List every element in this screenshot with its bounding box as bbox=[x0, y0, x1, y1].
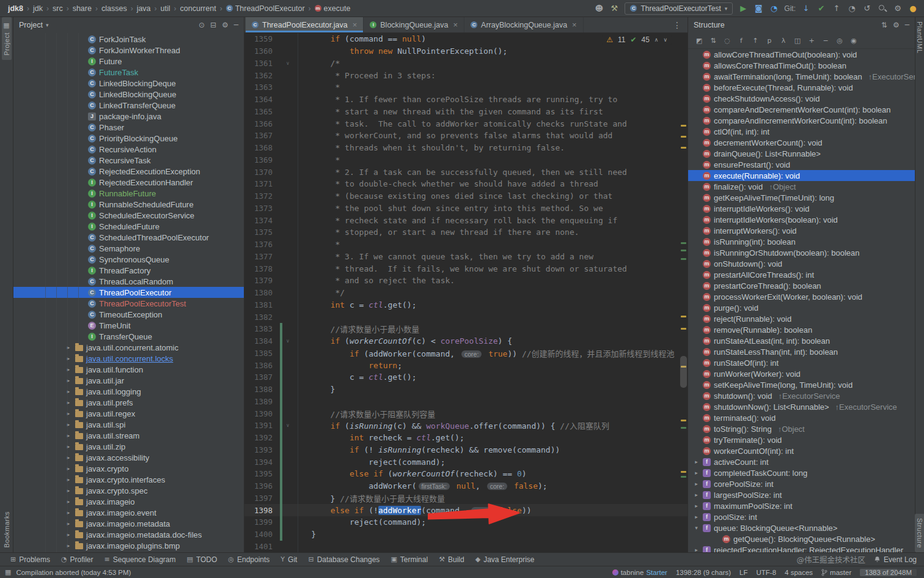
database-changes-button[interactable]: ⊟Database Changes bbox=[302, 555, 385, 564]
show-lambdas-icon[interactable]: λ bbox=[777, 35, 790, 46]
code-line[interactable]: 1388 } bbox=[244, 383, 688, 396]
tree-item[interactable]: IRunnableScheduledFuture bbox=[13, 199, 244, 210]
tree-item[interactable]: ▸java.util.function bbox=[13, 364, 244, 375]
coverage-icon[interactable]: ◙ bbox=[754, 4, 763, 13]
line-number[interactable]: 1381 bbox=[244, 300, 280, 309]
line-number[interactable]: 1388 bbox=[244, 385, 280, 394]
code-line[interactable]: 1384∨ if (workerCountOf(c) < corePoolSiz… bbox=[244, 335, 688, 347]
code-line[interactable]: 1379 * and so reject the task. bbox=[244, 275, 688, 287]
structure-item[interactable]: mcompareAndDecrementWorkerCount(int): bo… bbox=[688, 104, 915, 115]
vcs-history-icon[interactable]: ◔ bbox=[847, 4, 857, 13]
structure-item[interactable]: mrunStateOf(int): int bbox=[688, 357, 915, 368]
structure-item[interactable]: mallowCoreThreadTimeOut(boolean): void bbox=[688, 49, 915, 60]
sort-alphabetically-icon[interactable]: ⇅ bbox=[707, 35, 719, 46]
breadcrumb-item[interactable]: util bbox=[159, 4, 172, 13]
tree-item[interactable]: ITransferQueue bbox=[13, 331, 244, 342]
structure-item[interactable]: ▸factiveCount: int bbox=[688, 456, 915, 467]
breadcrumb-item[interactable]: java bbox=[135, 4, 153, 13]
tree-item[interactable]: IFuture bbox=[13, 56, 244, 67]
tree-item[interactable]: ▸javax.imageio bbox=[13, 496, 244, 507]
structure-item[interactable]: mgetKeepAliveTime(TimeUnit): long bbox=[688, 192, 915, 203]
line-number[interactable]: 1398 bbox=[244, 506, 280, 515]
collapse-all-icon[interactable]: ⊟ bbox=[210, 21, 216, 29]
breadcrumb-item[interactable]: share bbox=[71, 4, 94, 13]
collapse-all-icon[interactable]: − bbox=[820, 35, 832, 46]
tree-item[interactable]: ▸javax.crypto bbox=[13, 463, 244, 474]
structure-item[interactable]: mctlOf(int, int): int bbox=[688, 126, 915, 137]
line-number[interactable]: 1375 bbox=[244, 228, 280, 237]
code-line[interactable]: 1381 int c = ctl.get(); bbox=[244, 299, 688, 311]
build-button[interactable]: ⚒Build bbox=[433, 555, 470, 564]
line-number[interactable]: 1371 bbox=[244, 179, 280, 188]
line-number[interactable]: 1400 bbox=[244, 530, 280, 539]
tree-item[interactable]: CThreadPoolExecutorTest bbox=[13, 298, 244, 309]
line-number[interactable]: 1389 bbox=[244, 397, 280, 406]
structure-item[interactable]: mdecrementWorkerCount(): void bbox=[688, 137, 915, 148]
breadcrumb-item[interactable]: src bbox=[51, 4, 65, 13]
tree-item[interactable]: ▸java.util.jar bbox=[13, 375, 244, 386]
indent-widget[interactable]: 4 spaces bbox=[785, 569, 813, 576]
tree-item[interactable]: CLinkedTransferQueue bbox=[13, 100, 244, 111]
code-line[interactable]: 1362 * Proceed in 3 steps: bbox=[244, 69, 688, 81]
tree-item[interactable]: ▸java.util.concurrent.atomic bbox=[13, 342, 244, 353]
next-issue-icon[interactable]: ∨ bbox=[663, 37, 667, 43]
tree-item[interactable]: ▸javax.crypto.spec bbox=[13, 485, 244, 496]
structure-item[interactable]: mpurge(): void bbox=[688, 302, 915, 313]
git-branch-widget[interactable]: master bbox=[821, 569, 851, 576]
tree-item[interactable]: ▸javax.imageio.event bbox=[13, 507, 244, 518]
code-line[interactable]: 1392 int recheck = ctl.get(); bbox=[244, 432, 688, 444]
breadcrumb-item[interactable]: mexecute bbox=[313, 4, 353, 13]
tree-item[interactable]: ▸javax.imageio.metadata bbox=[13, 518, 244, 529]
line-number[interactable]: 1370 bbox=[244, 168, 280, 177]
code-line[interactable]: 1380 */ bbox=[244, 287, 688, 299]
settings-icon[interactable]: ⚙ bbox=[222, 21, 229, 29]
prev-issue-icon[interactable]: ∧ bbox=[654, 37, 659, 43]
code-line[interactable]: 1376 * bbox=[244, 239, 688, 251]
caret-position-widget[interactable]: 1398:28 (9 chars) bbox=[676, 569, 731, 576]
structure-item[interactable]: mcheckShutdownAccess(): void bbox=[688, 93, 915, 104]
editor-tab[interactable]: CArrayBlockingQueue.java× bbox=[464, 17, 584, 32]
java-enterprise-button[interactable]: ◆Java Enterprise bbox=[470, 555, 540, 564]
breadcrumb-item[interactable]: jdk bbox=[31, 4, 45, 13]
line-number[interactable]: 1373 bbox=[244, 204, 280, 213]
encoding-widget[interactable]: UTF-8 bbox=[756, 569, 776, 576]
breadcrumb-item[interactable]: jdk8 bbox=[6, 4, 25, 13]
run-icon[interactable]: ▶ bbox=[738, 4, 748, 13]
line-number[interactable]: 1360 bbox=[244, 46, 280, 56]
hide-panel-icon[interactable]: ─ bbox=[234, 21, 238, 29]
line-number[interactable]: 1395 bbox=[244, 469, 280, 478]
structure-item[interactable]: mterminated(): void bbox=[688, 412, 915, 423]
structure-item[interactable]: mrunWorker(Worker): void bbox=[688, 368, 915, 379]
event-log-button[interactable]: Event Log bbox=[874, 555, 917, 564]
tree-item[interactable]: CRecursiveTask bbox=[13, 155, 244, 166]
structure-item[interactable]: monShutdown(): void bbox=[688, 258, 915, 269]
structure-item[interactable]: minterruptIdleWorkers(): void bbox=[688, 203, 915, 214]
structure-item[interactable]: mshutdown(): void↑ExecutorService bbox=[688, 390, 915, 401]
code-line[interactable]: 1385 if (addWorker(command, core: true))… bbox=[244, 347, 688, 360]
group-methods-icon[interactable]: ◫ bbox=[791, 35, 804, 46]
breadcrumb-item[interactable]: concurrent bbox=[178, 4, 218, 13]
tree-item[interactable]: IRunnableFuture bbox=[13, 188, 244, 199]
project-tool-button[interactable]: ▦ Project bbox=[2, 17, 12, 60]
profiler-icon[interactable]: ◔ bbox=[769, 4, 779, 13]
line-number[interactable]: 1378 bbox=[244, 264, 280, 273]
line-number[interactable]: 1367 bbox=[244, 131, 280, 140]
tree-item[interactable]: IScheduledExecutorService bbox=[13, 210, 244, 221]
breadcrumb-item[interactable]: CThreadPoolExecutor bbox=[224, 4, 307, 13]
endpoints-button[interactable]: ◎Endpoints bbox=[222, 555, 275, 564]
tree-item[interactable]: CRecursiveAction bbox=[13, 144, 244, 155]
structure-tool-button[interactable]: Structure bbox=[915, 514, 924, 552]
tree-item[interactable]: ▸java.util.spi bbox=[13, 419, 244, 430]
structure-item[interactable]: ▸fcompletedTaskCount: long bbox=[688, 467, 915, 478]
code-line[interactable]: 1387 c = ctl.get(); bbox=[244, 371, 688, 383]
code-line[interactable]: 1368 * threads when it shouldn't, by ret… bbox=[244, 142, 688, 154]
structure-item[interactable]: mfinalize(): void↑Object bbox=[688, 181, 915, 192]
structure-item[interactable]: mbeforeExecute(Thread, Runnable): void bbox=[688, 82, 915, 93]
structure-item[interactable]: mshutdownNow(): List<Runnable>↑ExecutorS… bbox=[688, 401, 915, 412]
line-number[interactable]: 1394 bbox=[244, 458, 280, 467]
code-line[interactable]: 1366 * task. The call to addWorker atomi… bbox=[244, 117, 688, 130]
tree-item[interactable]: CThreadPoolExecutor bbox=[13, 287, 244, 298]
code-line[interactable]: 1363 * bbox=[244, 81, 688, 94]
structure-item[interactable]: ▾fqueue: BlockingQueue<Runnable> bbox=[688, 522, 915, 533]
tool-windows-icon[interactable]: ▦ bbox=[5, 568, 11, 576]
